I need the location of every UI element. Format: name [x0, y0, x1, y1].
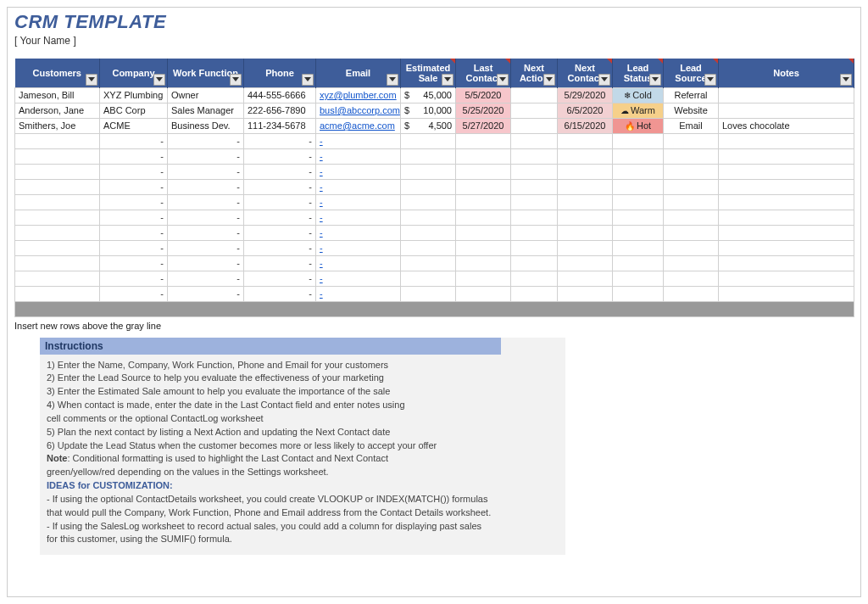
table-row[interactable]: Anderson, JaneABC CorpSales Manager222-6…: [15, 103, 854, 118]
empty-email-link[interactable]: -: [320, 273, 323, 283]
cell-empty[interactable]: -: [100, 164, 168, 179]
cell-empty[interactable]: [401, 210, 456, 225]
cell-customer[interactable]: Jameson, Bill: [15, 87, 100, 103]
header-function[interactable]: Work Function: [168, 59, 244, 87]
cell-empty[interactable]: -: [168, 148, 244, 164]
cell-empty[interactable]: [664, 210, 719, 225]
cell-sale[interactable]: $4,500: [401, 118, 456, 133]
cell-empty[interactable]: [456, 133, 511, 148]
cell-empty[interactable]: [719, 225, 854, 240]
cell-empty[interactable]: [613, 240, 664, 255]
cell-empty[interactable]: [664, 194, 719, 210]
cell-lead-source[interactable]: Email: [664, 118, 719, 133]
cell-empty[interactable]: -: [100, 133, 168, 148]
cell-empty[interactable]: [511, 271, 558, 286]
cell-next-action[interactable]: [511, 87, 558, 103]
cell-empty[interactable]: [456, 225, 511, 240]
cell-lead-status[interactable]: 🔥Hot: [613, 118, 664, 133]
cell-empty[interactable]: [719, 286, 854, 301]
cell-empty[interactable]: [558, 286, 613, 301]
cell-empty[interactable]: [401, 148, 456, 164]
cell-empty[interactable]: -: [316, 271, 401, 286]
cell-empty[interactable]: -: [100, 240, 168, 255]
table-row-empty[interactable]: ----: [15, 210, 854, 225]
header-customers[interactable]: Customers: [15, 59, 100, 87]
cell-empty[interactable]: -: [316, 194, 401, 210]
cell-empty[interactable]: [558, 194, 613, 210]
cell-phone[interactable]: 111-234-5678: [244, 118, 316, 133]
filter-dropdown-icon[interactable]: [387, 74, 398, 86]
cell-empty[interactable]: [456, 179, 511, 194]
header-company[interactable]: Company: [100, 59, 168, 87]
cell-last-contact[interactable]: 5/27/2020: [456, 118, 511, 133]
cell-empty[interactable]: [15, 225, 100, 240]
header-naction[interactable]: Next Action: [511, 59, 558, 87]
cell-empty[interactable]: [613, 255, 664, 271]
cell-empty[interactable]: -: [244, 164, 316, 179]
filter-dropdown-icon[interactable]: [153, 74, 165, 86]
cell-empty[interactable]: [15, 194, 100, 210]
empty-email-link[interactable]: -: [320, 197, 323, 207]
cell-empty[interactable]: [456, 164, 511, 179]
cell-empty[interactable]: -: [316, 225, 401, 240]
cell-empty[interactable]: [558, 271, 613, 286]
header-notes[interactable]: Notes: [719, 59, 854, 87]
cell-empty[interactable]: [719, 148, 854, 164]
cell-empty[interactable]: [719, 255, 854, 271]
cell-empty[interactable]: [401, 240, 456, 255]
cell-last-contact[interactable]: 5/25/2020: [456, 103, 511, 118]
cell-empty[interactable]: [401, 133, 456, 148]
cell-empty[interactable]: [456, 194, 511, 210]
cell-empty[interactable]: [401, 286, 456, 301]
cell-empty[interactable]: -: [100, 179, 168, 194]
cell-empty[interactable]: -: [244, 179, 316, 194]
cell-customer[interactable]: Smithers, Joe: [15, 118, 100, 133]
header-sale[interactable]: Estimated Sale: [401, 59, 456, 87]
cell-lead-status[interactable]: ☁Warm: [613, 103, 664, 118]
filter-dropdown-icon[interactable]: [442, 74, 453, 86]
cell-empty[interactable]: [558, 148, 613, 164]
cell-function[interactable]: Owner: [168, 87, 244, 103]
cell-empty[interactable]: [511, 286, 558, 301]
cell-empty[interactable]: [15, 255, 100, 271]
cell-empty[interactable]: [15, 133, 100, 148]
cell-lead-status[interactable]: ❄Cold: [613, 87, 664, 103]
cell-empty[interactable]: [664, 164, 719, 179]
empty-email-link[interactable]: -: [320, 151, 323, 161]
cell-empty[interactable]: [613, 271, 664, 286]
cell-empty[interactable]: -: [168, 271, 244, 286]
cell-email[interactable]: xyz@plumber.com: [316, 87, 401, 103]
cell-empty[interactable]: [613, 210, 664, 225]
cell-empty[interactable]: -: [168, 225, 244, 240]
filter-dropdown-icon[interactable]: [704, 74, 716, 86]
cell-empty[interactable]: [558, 225, 613, 240]
cell-empty[interactable]: [511, 194, 558, 210]
cell-empty[interactable]: [511, 133, 558, 148]
cell-company[interactable]: XYZ Plumbing: [100, 87, 168, 103]
cell-empty[interactable]: [511, 164, 558, 179]
empty-email-link[interactable]: -: [320, 182, 323, 192]
cell-empty[interactable]: -: [168, 255, 244, 271]
cell-empty[interactable]: [719, 240, 854, 255]
cell-empty[interactable]: [15, 179, 100, 194]
cell-empty[interactable]: [456, 255, 511, 271]
empty-email-link[interactable]: -: [320, 288, 323, 299]
cell-empty[interactable]: -: [316, 148, 401, 164]
cell-empty[interactable]: [511, 240, 558, 255]
cell-empty[interactable]: [15, 271, 100, 286]
cell-empty[interactable]: -: [244, 286, 316, 301]
filter-dropdown-icon[interactable]: [497, 74, 509, 86]
cell-empty[interactable]: -: [100, 271, 168, 286]
cell-empty[interactable]: -: [316, 255, 401, 271]
table-row-empty[interactable]: ----: [15, 133, 854, 148]
cell-empty[interactable]: [613, 286, 664, 301]
filter-dropdown-icon[interactable]: [230, 74, 242, 86]
cell-empty[interactable]: -: [316, 240, 401, 255]
cell-empty[interactable]: -: [316, 164, 401, 179]
cell-empty[interactable]: -: [244, 255, 316, 271]
table-row-empty[interactable]: ----: [15, 240, 854, 255]
filter-dropdown-icon[interactable]: [598, 74, 610, 86]
empty-email-link[interactable]: -: [320, 212, 323, 222]
cell-next-action[interactable]: [511, 118, 558, 133]
cell-empty[interactable]: -: [244, 194, 316, 210]
